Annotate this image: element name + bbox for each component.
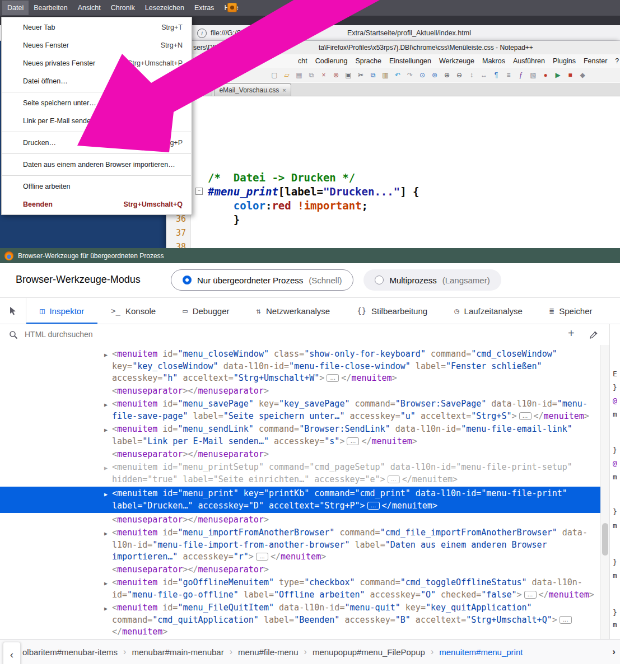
breadcrumb-item[interactable]: menupopup#menu_FilePopup — [313, 647, 425, 657]
editor-tab[interactable]: s× — [192, 83, 212, 96]
save-all-icon[interactable]: ⧉ — [306, 71, 316, 80]
scrollbar[interactable] — [600, 345, 609, 639]
menu-item[interactable]: Neues privates FensterStrg+Umschalt+P — [2, 54, 192, 72]
menu-codierung[interactable]: Codierung — [311, 57, 352, 65]
show-all-characters-icon[interactable]: ¶ — [491, 71, 501, 80]
copy-icon[interactable]: ⧉ — [368, 71, 378, 80]
breadcrumb-scroll-right-button[interactable]: › — [612, 646, 616, 657]
css-code[interactable]: /* Datei -> Drucken */#menu_print[label=… — [208, 171, 419, 227]
menu-plugins[interactable]: Plugins — [549, 57, 580, 65]
devtools-tab-laufzeitanalyse[interactable]: ◷Laufzeitanalyse — [441, 298, 536, 324]
menu-chronik[interactable]: Chronik — [106, 1, 140, 15]
markup-node[interactable]: <menuseparator></menuseparator> — [0, 449, 600, 460]
markup-node[interactable]: <menuseparator></menuseparator> — [0, 385, 600, 397]
redo-icon[interactable]: ↷ — [405, 71, 415, 80]
menu-item[interactable]: BeendenStrg+Umschalt+Q — [2, 195, 192, 213]
paste-icon[interactable]: ▥ — [380, 71, 390, 80]
word-wrap-icon[interactable]: ≡ — [504, 71, 514, 80]
menu-extras[interactable]: Extras — [189, 1, 219, 15]
breadcrumb-item[interactable]: menubar#main-menubar — [132, 647, 223, 657]
sync-vertical-icon[interactable]: ↕ — [467, 71, 477, 80]
markup-node[interactable]: ▶<menuitem id="menu_printSetup" command=… — [0, 461, 600, 486]
search-bar[interactable]: HTML durchsuchen + — [0, 324, 620, 346]
menu-bearbeiten[interactable]: Bearbeiten — [29, 1, 72, 15]
new-file-icon[interactable]: ▢ — [269, 71, 279, 80]
markup-node[interactable]: ▶<menuitem id="menu_importFromAnotherBro… — [0, 527, 600, 563]
document-map-icon[interactable]: ▧ — [528, 71, 538, 80]
mode-option[interactable]: Multiprozess(Langsamer) — [363, 269, 501, 291]
radio-icon[interactable] — [183, 276, 192, 284]
devtools-tab-stilbearbeitung[interactable]: {}Stilbearbeitung — [343, 298, 441, 324]
tab-close-icon[interactable]: × — [204, 87, 207, 94]
macro-stop-icon[interactable]: ■ — [565, 71, 575, 80]
menu-datei[interactable]: Datei — [2, 1, 29, 15]
menu-einstellungen[interactable]: Einstellungen — [385, 57, 435, 65]
markup-node[interactable]: ▶<menuitem id="goOfflineMenuitem" type="… — [0, 577, 600, 601]
save-icon[interactable]: ▦ — [294, 71, 304, 80]
addon-icon[interactable] — [227, 3, 237, 12]
replace-icon[interactable]: ⊛ — [430, 71, 440, 80]
function-list-icon[interactable]: ƒ — [516, 71, 526, 80]
search-input[interactable]: HTML durchsuchen — [25, 330, 93, 339]
element-picker-button[interactable] — [0, 298, 26, 324]
code-editor[interactable]: 363738 − /* Datei -> Drucken */#menu_pri… — [166, 97, 620, 248]
menu-item[interactable]: Offline arbeiten — [2, 178, 192, 195]
markup-node[interactable]: <menuseparator></menuseparator> — [0, 514, 600, 526]
markup-node[interactable]: ▶<menuitem id="menu_sendLink" command="B… — [0, 423, 600, 447]
menu-item[interactable]: Drucken…Strg+P — [2, 134, 192, 152]
close-icon[interactable]: × — [319, 71, 329, 80]
mode-option[interactable]: Nur übergeordneter Prozess(Schnell) — [171, 269, 353, 291]
devtools-tab-netzwerkanalyse[interactable]: ⇅Netzwerkanalyse — [243, 298, 344, 324]
fold-marker-icon[interactable]: − — [195, 188, 203, 195]
editor-tab[interactable]: eMail_Vorschau.css× — [214, 83, 291, 96]
markup-node[interactable]: ▶<menuitem id="menu_closeWindow" class="… — [0, 348, 600, 384]
menu-ansicht[interactable]: Ansicht — [73, 1, 106, 15]
breadcrumb-item[interactable]: olbaritem#menubar-items — [22, 647, 118, 657]
zoom-in-icon[interactable]: ⊕ — [442, 71, 452, 80]
eyedropper-icon[interactable] — [589, 330, 599, 339]
menu-fenster[interactable]: Fenster — [580, 57, 611, 65]
breadcrumb-item[interactable]: menuitem#menu_print — [439, 647, 523, 657]
devtools-tab-debugger[interactable]: ▭Debugger — [169, 298, 243, 324]
close-all-icon[interactable]: ⊗ — [331, 71, 341, 80]
devtools-tab-speicher[interactable]: ≣Speicher — [536, 298, 606, 324]
open-file-icon[interactable]: ▱ — [282, 71, 292, 80]
menu-?[interactable]: ? — [611, 57, 620, 65]
devtools-tab-inspektor[interactable]: ◫Inspektor — [26, 298, 97, 324]
markup-node[interactable]: ▶<menuitem id="menu_savePage" key="key_s… — [0, 398, 600, 422]
macro-save-icon[interactable]: ◆ — [577, 71, 588, 80]
tab-close-icon[interactable]: × — [282, 87, 286, 94]
menu-item[interactable]: Datei öffnen…Strg+O — [2, 72, 192, 90]
scrollbar-thumb[interactable] — [602, 523, 608, 556]
menu-cht[interactable]: cht — [294, 57, 311, 65]
page-info-icon[interactable]: i — [197, 29, 207, 38]
notepadpp-titlebar[interactable]: sers\DBI ta\Firefox\Profiles\x53rps7j.DB… — [166, 41, 620, 55]
markup-node[interactable]: ▶<menuitem id="menu_FileQuitItem" data-l… — [0, 602, 600, 638]
macro-play-icon[interactable]: ▶ — [553, 71, 563, 80]
undo-icon[interactable]: ↶ — [393, 71, 403, 80]
menu-makros[interactable]: Makros — [478, 57, 509, 65]
menu-item[interactable]: Neuer TabStrg+T — [2, 18, 192, 36]
devtools-tab-konsole[interactable]: >_Konsole — [97, 298, 169, 324]
menu-ausführen[interactable]: Ausführen — [509, 57, 549, 65]
menu-item[interactable]: Neues FensterStrg+N — [2, 36, 192, 54]
menu-sprache[interactable]: Sprache — [351, 57, 385, 65]
sync-horizontal-icon[interactable]: ↔ — [479, 71, 489, 80]
macro-record-icon[interactable]: ● — [540, 71, 551, 80]
print-icon[interactable]: ▣ — [343, 71, 353, 80]
breadcrumb-item[interactable]: menu#file-menu — [238, 647, 299, 657]
zoom-out-icon[interactable]: ⊖ — [454, 71, 464, 80]
menu-werkzeuge[interactable]: Werkzeuge — [435, 57, 478, 65]
toolbox-titlebar[interactable]: Browser-Werkzeuge für übergeordneten Pro… — [0, 248, 620, 263]
menu-item[interactable]: Seite speichern unter…Strg+S — [2, 94, 192, 112]
find-icon[interactable]: ⊙ — [417, 71, 427, 80]
breadcrumb-scroll-left-button[interactable]: ‹ — [3, 642, 21, 664]
add-node-button[interactable]: + — [568, 327, 575, 340]
cut-icon[interactable]: ✂ — [356, 71, 366, 80]
menu-item[interactable]: Daten aus einem anderen Browser importie… — [2, 156, 192, 174]
radio-icon[interactable] — [375, 276, 384, 284]
markup-node[interactable]: <menuseparator></menuseparator> — [0, 564, 600, 576]
menu-lesezeichen[interactable]: Lesezeichen — [140, 1, 189, 15]
markup-node[interactable]: ▶<menuitem id="menu_print" key="printKb"… — [0, 487, 600, 513]
menu-item[interactable]: Link per E-Mail senden… — [2, 112, 192, 130]
